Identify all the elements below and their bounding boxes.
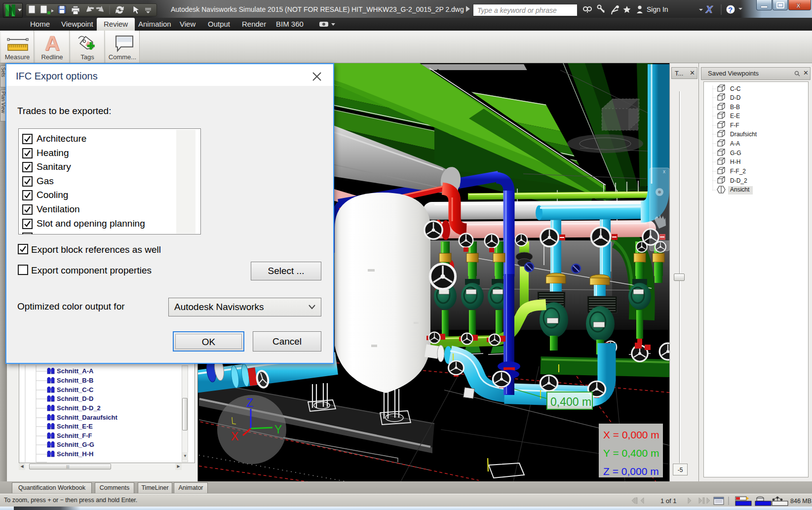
svg-text:x: x xyxy=(796,1,801,9)
svg-text:Z: Z xyxy=(246,396,253,409)
svg-text:846 MB: 846 MB xyxy=(790,498,812,505)
svg-text:x: x xyxy=(663,169,665,174)
svg-text:?: ? xyxy=(728,5,733,14)
svg-text:Y: Y xyxy=(274,423,282,436)
svg-text:Y = 0,400 m: Y = 0,400 m xyxy=(603,447,659,459)
svg-text:X: X xyxy=(231,430,238,443)
svg-text:Z = 0,000 m: Z = 0,000 m xyxy=(603,466,659,477)
svg-text:1 of 1: 1 of 1 xyxy=(660,497,677,505)
svg-text:0,400 m: 0,400 m xyxy=(550,395,591,408)
svg-text:X = 0,000 m: X = 0,000 m xyxy=(603,429,659,440)
svg-text:X: X xyxy=(705,4,713,15)
